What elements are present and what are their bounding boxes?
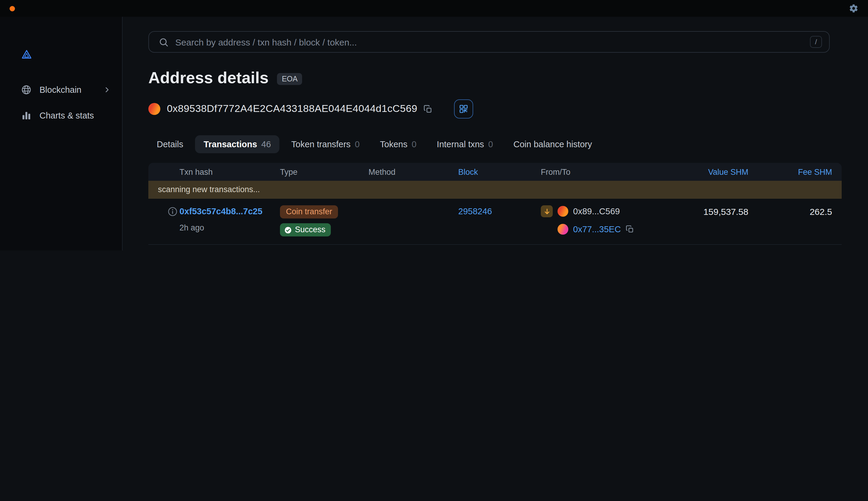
tab-count: 0 <box>412 139 416 149</box>
page-title: Address details <box>148 68 269 87</box>
scanning-banner: scanning new transactions... <box>148 181 842 199</box>
tab-internal-txns[interactable]: Internal txns 0 <box>428 135 501 153</box>
txn-hash-link[interactable]: 0xf53c57c4b8...7c25 <box>180 205 262 217</box>
from-address-line: 0x89...C569 <box>541 205 659 217</box>
address-avatar <box>557 224 568 235</box>
gear-icon[interactable] <box>849 3 858 13</box>
network-dot-icon <box>10 6 15 11</box>
copy-icon[interactable] <box>626 225 634 233</box>
copy-icon[interactable] <box>423 105 432 114</box>
column-header-method: Method <box>369 167 458 176</box>
table-header: Txn hash Type Method Block From/To Value… <box>148 163 842 181</box>
txn-status-label: Success <box>295 225 325 235</box>
to-address[interactable]: 0x77...35EC <box>573 224 621 234</box>
qr-code-button[interactable] <box>454 99 473 118</box>
table-rows: 0xf53c57c4b8...7c25 2h ago Coin transfer… <box>148 199 842 250</box>
tab-label: Internal txns <box>437 139 484 149</box>
column-header-txn-hash: Txn hash <box>180 167 280 176</box>
txn-value: 159,537.58 <box>659 205 748 218</box>
column-header-from-to: From/To <box>541 167 659 176</box>
txn-fee: 262.5 <box>748 205 832 218</box>
chevron-right-icon <box>103 86 111 94</box>
block-link[interactable]: 2958246 <box>458 205 492 217</box>
sidebar-item-label: Charts & stats <box>40 111 94 120</box>
app: Blockchain Charts & stats <box>0 0 868 250</box>
txn-status-badge: Success <box>280 223 331 236</box>
transactions-table: Txn hash Type Method Block From/To Value… <box>148 163 842 250</box>
sidebar-item-blockchain[interactable]: Blockchain <box>0 78 122 101</box>
table-row: 0xf53c57c4b8...7c25 2h ago Coin transfer… <box>148 199 842 245</box>
search-bar: / <box>148 31 830 53</box>
globe-icon <box>21 84 32 95</box>
address-avatar <box>557 206 568 217</box>
tab-count: 0 <box>355 139 359 149</box>
search-shortcut-hint: / <box>810 36 822 48</box>
search-input[interactable] <box>175 37 803 47</box>
column-header-value[interactable]: Value SHM <box>659 167 748 176</box>
tab-label: Tokens <box>380 139 408 149</box>
address-row: 0x89538Df7772A4E2CA433188AE044E4044d1cC5… <box>148 99 842 118</box>
tab-label: Coin balance history <box>513 139 592 149</box>
check-circle-icon <box>284 226 292 234</box>
txn-age: 2h ago <box>180 223 280 232</box>
main-content: / Address details EOA 0x89538Df7772A4E2C… <box>123 17 868 250</box>
topbar <box>0 0 868 17</box>
tab-coin-balance-history[interactable]: Coin balance history <box>505 135 600 153</box>
tab-token-transfers[interactable]: Token transfers 0 <box>283 135 368 153</box>
bar-chart-icon <box>21 110 32 121</box>
page-title-row: Address details EOA <box>148 68 842 87</box>
sidebar: Blockchain Charts & stats <box>0 17 123 250</box>
tab-bar: Details Transactions 46 Token transfers … <box>148 134 842 154</box>
tab-count: 0 <box>488 139 493 149</box>
column-header-block[interactable]: Block <box>458 167 541 176</box>
sidebar-item-charts-stats[interactable]: Charts & stats <box>0 104 122 127</box>
sidebar-item-label: Blockchain <box>40 85 82 95</box>
tab-label: Token transfers <box>291 139 350 149</box>
app-logo[interactable] <box>21 49 32 61</box>
column-header-type: Type <box>280 167 369 176</box>
direction-icon <box>541 205 553 217</box>
tab-label: Details <box>157 139 183 149</box>
tab-label: Transactions <box>204 139 257 149</box>
from-address: 0x89...C569 <box>573 206 620 216</box>
info-icon[interactable] <box>167 206 178 217</box>
search-icon <box>159 37 169 47</box>
address-avatar <box>148 103 160 115</box>
address-type-badge: EOA <box>277 73 302 85</box>
tab-details[interactable]: Details <box>148 135 192 153</box>
column-header-fee[interactable]: Fee SHM <box>748 167 832 176</box>
txn-type-badge: Coin transfer <box>280 205 338 218</box>
to-address-line: 0x77...35EC <box>541 223 659 235</box>
address-hash: 0x89538Df7772A4E2CA433188AE044E4044d1cC5… <box>167 103 417 115</box>
tab-count: 46 <box>261 139 271 149</box>
tab-tokens[interactable]: Tokens 0 <box>371 135 425 153</box>
tab-transactions[interactable]: Transactions 46 <box>195 135 279 153</box>
table-row: 0x5bbb223d0b...812b 2h ago Coin transfer… <box>148 245 842 250</box>
